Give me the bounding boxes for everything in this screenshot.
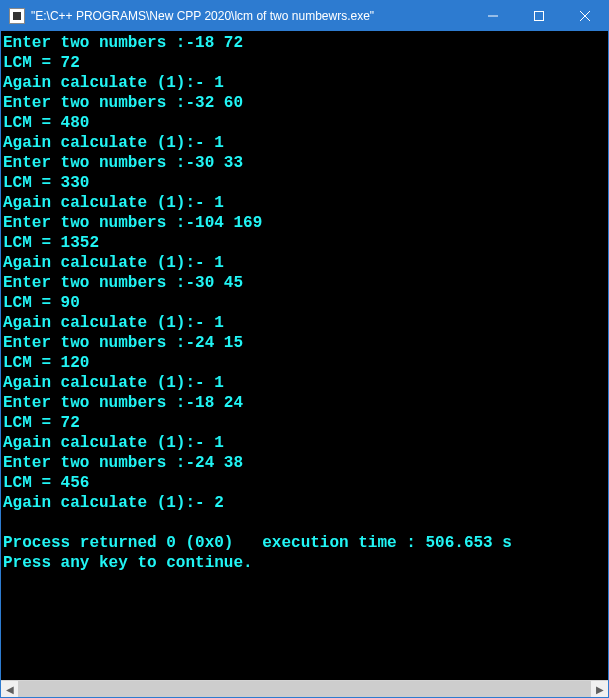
window-controls bbox=[470, 1, 608, 31]
close-icon bbox=[580, 11, 590, 21]
maximize-button[interactable] bbox=[516, 1, 562, 31]
scroll-thumb[interactable] bbox=[18, 681, 591, 697]
maximize-icon bbox=[534, 11, 544, 21]
scroll-left-button[interactable]: ◀ bbox=[1, 681, 18, 697]
window-title: "E:\C++ PROGRAMS\New CPP 2020\lcm of two… bbox=[31, 9, 470, 23]
minimize-button[interactable] bbox=[470, 1, 516, 31]
console-output[interactable]: Enter two numbers :-18 72 LCM = 72 Again… bbox=[1, 31, 608, 680]
minimize-icon bbox=[488, 11, 498, 21]
horizontal-scrollbar[interactable]: ◀ ▶ bbox=[1, 680, 608, 697]
scroll-right-button[interactable]: ▶ bbox=[591, 681, 608, 697]
svg-rect-0 bbox=[535, 12, 544, 21]
titlebar[interactable]: "E:\C++ PROGRAMS\New CPP 2020\lcm of two… bbox=[1, 1, 608, 31]
close-button[interactable] bbox=[562, 1, 608, 31]
scroll-track[interactable] bbox=[18, 681, 591, 697]
app-icon bbox=[9, 8, 25, 24]
console-window: "E:\C++ PROGRAMS\New CPP 2020\lcm of two… bbox=[0, 0, 609, 698]
